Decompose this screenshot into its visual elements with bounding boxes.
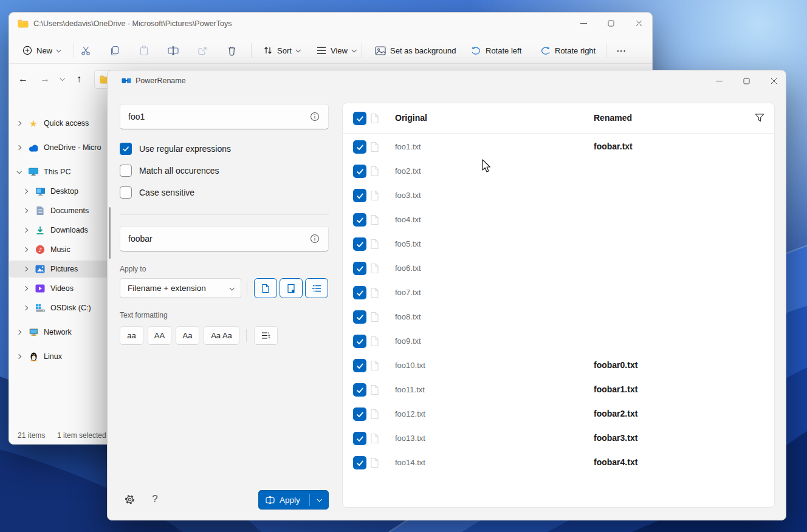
include-folders-toggle[interactable]: [280, 278, 303, 298]
maximize-button[interactable]: [599, 14, 622, 32]
option-case-sensitive[interactable]: Case sensitive: [120, 185, 194, 200]
expander-icon[interactable]: [23, 228, 28, 233]
lowercase-button[interactable]: aa: [120, 326, 143, 345]
expander-icon[interactable]: [23, 247, 28, 252]
expander-icon[interactable]: [23, 208, 28, 213]
sidebar-item-osdisk[interactable]: OSDisk (C:): [9, 299, 110, 316]
replace-info-icon[interactable]: [310, 234, 320, 244]
apply-dropdown-chevron[interactable]: [310, 498, 328, 502]
list-row[interactable]: foo14.txtfoobar4.txt: [343, 451, 774, 475]
rotate-left-button[interactable]: Rotate left: [466, 39, 526, 61]
row-checkbox[interactable]: [353, 286, 366, 299]
new-button[interactable]: New: [18, 39, 65, 61]
paste-button[interactable]: [133, 39, 155, 61]
list-row[interactable]: foo2.txt: [343, 159, 774, 183]
row-checkbox[interactable]: [353, 165, 366, 178]
checkbox-unchecked-icon[interactable]: [120, 186, 132, 199]
filter-icon[interactable]: [755, 113, 764, 123]
left-pane-scrollbar[interactable]: [109, 207, 111, 259]
sidebar-item-downloads[interactable]: Downloads: [9, 222, 110, 239]
back-button[interactable]: ←: [14, 70, 32, 88]
list-row[interactable]: foo12.txtfoobar2.txt: [343, 402, 774, 426]
row-checkbox[interactable]: [353, 432, 366, 445]
sort-button[interactable]: Sort: [258, 39, 304, 61]
row-checkbox[interactable]: [353, 213, 366, 227]
replace-input[interactable]: [120, 226, 329, 251]
expander-icon[interactable]: [16, 354, 21, 359]
option-match-all[interactable]: Match all occurences: [120, 163, 219, 178]
help-button[interactable]: ?: [146, 491, 163, 508]
more-options-button[interactable]: ···: [611, 39, 633, 61]
titlecase-button[interactable]: Aa: [176, 326, 199, 345]
expander-icon[interactable]: [23, 305, 28, 310]
list-row[interactable]: foo4.txt: [343, 208, 774, 232]
list-row[interactable]: foo10.txtfoobar0.txt: [343, 353, 774, 378]
row-checkbox[interactable]: [353, 359, 366, 372]
minimize-button[interactable]: [572, 14, 595, 32]
row-checkbox[interactable]: [353, 335, 366, 348]
row-checkbox[interactable]: [353, 310, 366, 324]
sidebar-item-pictures[interactable]: Pictures: [9, 261, 110, 278]
sidebar-item-linux[interactable]: Linux: [9, 348, 110, 365]
row-checkbox[interactable]: [353, 383, 366, 397]
row-checkbox[interactable]: [353, 262, 366, 275]
cut-button[interactable]: [75, 39, 97, 61]
delete-button[interactable]: [221, 39, 242, 61]
sidebar-item-onedrive[interactable]: OneDrive - Micro: [9, 139, 110, 156]
view-button[interactable]: View: [312, 39, 360, 61]
list-row[interactable]: foo7.txt: [343, 281, 774, 305]
list-row[interactable]: foo8.txt: [343, 305, 774, 329]
expander-icon[interactable]: [23, 286, 28, 291]
sidebar-item-videos[interactable]: Videos: [9, 280, 110, 297]
close-button[interactable]: [627, 14, 650, 32]
apply-to-dropdown[interactable]: Filename + extension: [120, 278, 241, 298]
search-input[interactable]: [120, 104, 329, 129]
expander-icon[interactable]: [16, 145, 21, 150]
expander-icon[interactable]: [16, 121, 21, 126]
row-checkbox[interactable]: [353, 237, 366, 251]
list-row[interactable]: foo9.txt: [343, 329, 774, 353]
history-chevron-icon[interactable]: [57, 70, 67, 88]
set-as-background-button[interactable]: Set as background: [370, 39, 461, 61]
list-row[interactable]: foo5.txt: [343, 232, 774, 256]
checkbox-unchecked-icon[interactable]: [120, 165, 132, 177]
forward-button[interactable]: →: [36, 70, 54, 88]
sidebar-item-quick-access[interactable]: ★ Quick access: [9, 115, 110, 132]
sidebar-item-network[interactable]: Network: [9, 324, 110, 341]
capitalize-button[interactable]: Aa Aa: [204, 326, 239, 345]
sidebar-item-documents[interactable]: Documents: [9, 202, 110, 219]
sidebar-item-music[interactable]: ♪ Music: [9, 241, 110, 258]
list-row[interactable]: foo1.txtfoobar.txt: [343, 135, 774, 159]
rename-button[interactable]: [162, 39, 184, 61]
list-row[interactable]: foo3.txt: [343, 183, 774, 208]
expander-icon[interactable]: [16, 169, 21, 174]
enumerate-items-button[interactable]: [254, 326, 278, 345]
search-info-icon[interactable]: [310, 112, 320, 121]
copy-button[interactable]: [104, 39, 126, 61]
expander-icon[interactable]: [23, 267, 28, 271]
minimize-button[interactable]: [707, 72, 730, 90]
option-use-regex[interactable]: Use regular expressions: [120, 142, 231, 156]
apply-button[interactable]: Apply: [258, 490, 329, 510]
list-row[interactable]: foo13.txtfoobar3.txt: [343, 426, 774, 451]
row-checkbox[interactable]: [353, 189, 366, 202]
list-row[interactable]: foo6.txt: [343, 256, 774, 281]
close-button[interactable]: [762, 72, 785, 90]
expander-icon[interactable]: [23, 189, 28, 194]
sidebar-item-this-pc[interactable]: This PC: [9, 163, 110, 180]
row-checkbox[interactable]: [353, 140, 366, 154]
row-checkbox[interactable]: [353, 456, 366, 469]
include-files-toggle[interactable]: [254, 278, 277, 298]
uppercase-button[interactable]: AA: [148, 326, 171, 345]
expander-icon[interactable]: [16, 330, 21, 335]
share-button[interactable]: [191, 39, 213, 61]
up-button[interactable]: ↑: [70, 70, 88, 88]
checkbox-checked-icon[interactable]: [120, 143, 132, 155]
list-row[interactable]: foo11.txtfoobar1.txt: [343, 378, 774, 402]
include-subfolders-toggle[interactable]: [305, 278, 328, 298]
select-all-checkbox[interactable]: [353, 112, 366, 125]
maximize-button[interactable]: [735, 72, 758, 90]
rotate-right-button[interactable]: Rotate right: [535, 39, 600, 61]
settings-button[interactable]: [121, 491, 138, 508]
row-checkbox[interactable]: [353, 408, 366, 421]
